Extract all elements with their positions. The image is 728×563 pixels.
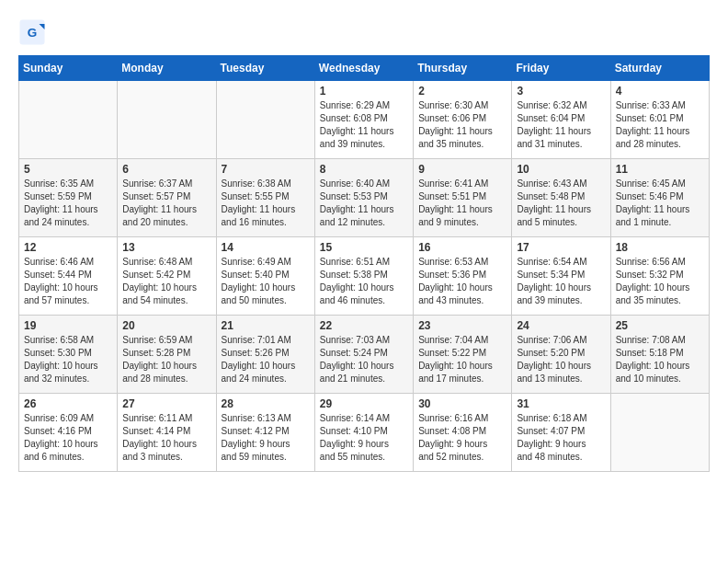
calendar-cell: 27Sunrise: 6:11 AM Sunset: 4:14 PM Dayli… [118,394,216,472]
day-info: Sunrise: 6:13 AM Sunset: 4:12 PM Dayligh… [222,412,310,464]
day-info: Sunrise: 6:29 AM Sunset: 6:08 PM Dayligh… [320,99,408,151]
calendar-week-row: 12Sunrise: 6:46 AM Sunset: 5:44 PM Dayli… [19,237,710,316]
calendar-cell: 15Sunrise: 6:51 AM Sunset: 5:38 PM Dayli… [314,237,413,316]
day-number: 23 [418,319,506,332]
day-number: 25 [616,319,704,332]
day-number: 14 [222,241,310,254]
day-number: 20 [122,319,210,332]
calendar-cell: 29Sunrise: 6:14 AM Sunset: 4:10 PM Dayli… [314,394,413,472]
day-info: Sunrise: 7:08 AM Sunset: 5:18 PM Dayligh… [616,334,704,385]
calendar-cell: 13Sunrise: 6:48 AM Sunset: 5:42 PM Dayli… [118,237,216,316]
calendar-week-row: 1Sunrise: 6:29 AM Sunset: 6:08 PM Daylig… [19,81,710,159]
day-number: 21 [222,319,310,332]
calendar-day-header: Sunday [19,56,118,81]
day-number: 26 [24,397,112,410]
day-info: Sunrise: 6:35 AM Sunset: 5:59 PM Dayligh… [24,178,112,229]
calendar-cell: 20Sunrise: 6:59 AM Sunset: 5:28 PM Dayli… [118,316,216,394]
day-number: 5 [24,163,112,176]
day-info: Sunrise: 6:33 AM Sunset: 6:01 PM Dayligh… [616,99,704,151]
day-number: 11 [616,163,704,176]
calendar-week-row: 26Sunrise: 6:09 AM Sunset: 4:16 PM Dayli… [19,394,710,472]
day-info: Sunrise: 6:38 AM Sunset: 5:55 PM Dayligh… [222,178,310,229]
day-number: 8 [320,163,408,176]
day-number: 27 [122,397,210,410]
calendar-cell: 18Sunrise: 6:56 AM Sunset: 5:32 PM Dayli… [610,237,709,316]
day-number: 10 [517,163,605,176]
day-info: Sunrise: 6:54 AM Sunset: 5:34 PM Dayligh… [517,256,605,307]
day-number: 1 [320,85,408,98]
calendar-cell: 19Sunrise: 6:58 AM Sunset: 5:30 PM Dayli… [19,316,118,394]
calendar-cell [216,81,314,159]
calendar-day-header: Thursday [414,56,512,81]
calendar-cell [19,81,118,159]
calendar-cell: 8Sunrise: 6:40 AM Sunset: 5:53 PM Daylig… [314,159,413,237]
calendar-cell: 24Sunrise: 7:06 AM Sunset: 5:20 PM Dayli… [512,316,610,394]
calendar-cell: 25Sunrise: 7:08 AM Sunset: 5:18 PM Dayli… [610,316,709,394]
calendar-cell: 14Sunrise: 6:49 AM Sunset: 5:40 PM Dayli… [216,237,314,316]
day-number: 13 [122,241,210,254]
day-number: 30 [418,397,506,410]
calendar-cell: 16Sunrise: 6:53 AM Sunset: 5:36 PM Dayli… [414,237,512,316]
day-info: Sunrise: 6:18 AM Sunset: 4:07 PM Dayligh… [517,412,605,464]
day-number: 19 [24,319,112,332]
calendar-table: SundayMondayTuesdayWednesdayThursdayFrid… [18,55,710,472]
calendar-cell: 10Sunrise: 6:43 AM Sunset: 5:48 PM Dayli… [512,159,610,237]
calendar-cell: 23Sunrise: 7:04 AM Sunset: 5:22 PM Dayli… [414,316,512,394]
calendar-cell: 2Sunrise: 6:30 AM Sunset: 6:06 PM Daylig… [414,81,512,159]
calendar-cell: 5Sunrise: 6:35 AM Sunset: 5:59 PM Daylig… [19,159,118,237]
calendar-cell: 4Sunrise: 6:33 AM Sunset: 6:01 PM Daylig… [610,81,709,159]
day-info: Sunrise: 7:06 AM Sunset: 5:20 PM Dayligh… [517,334,605,385]
day-info: Sunrise: 6:46 AM Sunset: 5:44 PM Dayligh… [24,256,112,307]
day-info: Sunrise: 6:16 AM Sunset: 4:08 PM Dayligh… [418,412,506,464]
day-info: Sunrise: 6:45 AM Sunset: 5:46 PM Dayligh… [616,178,704,229]
calendar-cell: 12Sunrise: 6:46 AM Sunset: 5:44 PM Dayli… [19,237,118,316]
day-info: Sunrise: 7:04 AM Sunset: 5:22 PM Dayligh… [418,334,506,385]
day-number: 17 [517,241,605,254]
day-number: 6 [122,163,210,176]
calendar-cell: 1Sunrise: 6:29 AM Sunset: 6:08 PM Daylig… [314,81,413,159]
day-info: Sunrise: 7:01 AM Sunset: 5:26 PM Dayligh… [222,334,310,385]
logo-icon: G [18,18,46,46]
day-number: 15 [320,241,408,254]
calendar-header-row: SundayMondayTuesdayWednesdayThursdayFrid… [19,56,710,81]
calendar-day-header: Friday [512,56,610,81]
calendar-cell: 22Sunrise: 7:03 AM Sunset: 5:24 PM Dayli… [314,316,413,394]
calendar-cell: 11Sunrise: 6:45 AM Sunset: 5:46 PM Dayli… [610,159,709,237]
calendar-cell: 17Sunrise: 6:54 AM Sunset: 5:34 PM Dayli… [512,237,610,316]
day-number: 2 [418,85,506,98]
day-info: Sunrise: 6:32 AM Sunset: 6:04 PM Dayligh… [517,99,605,151]
calendar-day-header: Tuesday [216,56,314,81]
calendar-cell: 21Sunrise: 7:01 AM Sunset: 5:26 PM Dayli… [216,316,314,394]
calendar-cell [118,81,216,159]
calendar-cell: 7Sunrise: 6:38 AM Sunset: 5:55 PM Daylig… [216,159,314,237]
day-number: 16 [418,241,506,254]
calendar-cell: 28Sunrise: 6:13 AM Sunset: 4:12 PM Dayli… [216,394,314,472]
day-number: 22 [320,319,408,332]
calendar-cell: 6Sunrise: 6:37 AM Sunset: 5:57 PM Daylig… [118,159,216,237]
day-info: Sunrise: 6:51 AM Sunset: 5:38 PM Dayligh… [320,256,408,307]
day-number: 31 [517,397,605,410]
logo: G [18,18,51,46]
day-info: Sunrise: 6:09 AM Sunset: 4:16 PM Dayligh… [24,412,112,464]
calendar-cell: 30Sunrise: 6:16 AM Sunset: 4:08 PM Dayli… [414,394,512,472]
day-number: 12 [24,241,112,254]
day-number: 3 [517,85,605,98]
calendar-day-header: Monday [118,56,216,81]
day-info: Sunrise: 6:37 AM Sunset: 5:57 PM Dayligh… [122,178,210,229]
day-info: Sunrise: 6:11 AM Sunset: 4:14 PM Dayligh… [122,412,210,464]
day-info: Sunrise: 6:30 AM Sunset: 6:06 PM Dayligh… [418,99,506,151]
day-number: 28 [222,397,310,410]
calendar-day-header: Wednesday [314,56,413,81]
calendar-day-header: Saturday [610,56,709,81]
day-info: Sunrise: 6:14 AM Sunset: 4:10 PM Dayligh… [320,412,408,464]
svg-text:G: G [28,26,38,40]
page: G SundayMondayTuesdayWednesdayThursdayFr… [0,0,728,481]
day-info: Sunrise: 6:58 AM Sunset: 5:30 PM Dayligh… [24,334,112,385]
calendar-week-row: 19Sunrise: 6:58 AM Sunset: 5:30 PM Dayli… [19,316,710,394]
calendar-cell: 3Sunrise: 6:32 AM Sunset: 6:04 PM Daylig… [512,81,610,159]
calendar-cell: 26Sunrise: 6:09 AM Sunset: 4:16 PM Dayli… [19,394,118,472]
day-number: 29 [320,397,408,410]
day-number: 4 [616,85,704,98]
day-info: Sunrise: 6:40 AM Sunset: 5:53 PM Dayligh… [320,178,408,229]
day-info: Sunrise: 6:59 AM Sunset: 5:28 PM Dayligh… [122,334,210,385]
